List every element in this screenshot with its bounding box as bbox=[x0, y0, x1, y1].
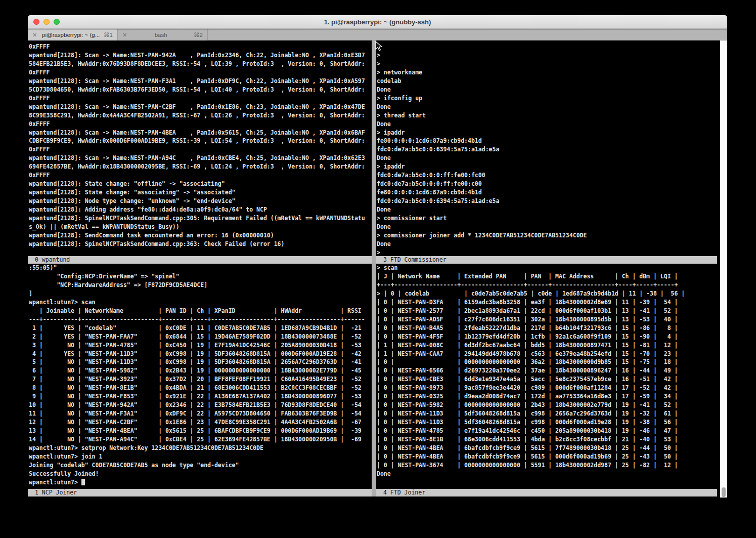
pane-wpantund-log[interactable]: 0xFFFF wpantund[2128]: Scan -> Name:NEST… bbox=[29, 43, 365, 249]
close-tab-icon[interactable]: ✕ bbox=[122, 32, 127, 38]
pane-status-ftd-joiner: 4 FTD Joiner bbox=[376, 489, 717, 496]
pane-ncp-joiner[interactable]: :55:05)" "Config:NCP:DriverName" => "spi… bbox=[29, 264, 365, 478]
window-titlebar[interactable]: 1. pi@raspberrypi: ~ (gnubby-ssh) bbox=[28, 15, 727, 29]
terminal-window: 1. pi@raspberrypi: ~ (gnubby-ssh) ✕ pi@r… bbox=[28, 15, 727, 538]
close-tab-icon[interactable]: ✕ bbox=[32, 32, 37, 38]
window-title: 1. pi@raspberrypi: ~ (gnubby-ssh) bbox=[28, 15, 727, 29]
text-cursor bbox=[81, 479, 85, 485]
shell-prompt: wpanctl:utun7> bbox=[29, 479, 81, 486]
pane-ftd-commissioner[interactable]: > > > > networkname codelab Done > ifcon… bbox=[377, 43, 587, 257]
tab-ssh-session[interactable]: ✕ pi@raspberrypi: ~ (g... ⌘1 bbox=[28, 29, 118, 40]
pane-ftd-joiner[interactable]: > scan | J | Network Name | Extended PAN… bbox=[377, 264, 685, 478]
pane-status-wpantund: 0 wpantund bbox=[28, 256, 372, 264]
mouse-cursor bbox=[375, 41, 382, 52]
terminal-content: 0xFFFF wpantund[2128]: Scan -> Name:NEST… bbox=[28, 40, 727, 538]
pane-status-ftd-commissioner: 3 FTD Commissioner bbox=[376, 256, 717, 264]
scrollbar-track[interactable] bbox=[720, 40, 727, 498]
pane-status-ncp-joiner: 1 NCP Joiner bbox=[28, 489, 372, 496]
tab-bash[interactable]: ✕ bash ⌘2 bbox=[118, 29, 208, 40]
tab-label: pi@raspberrypi: ~ (g... bbox=[40, 32, 101, 38]
scrollbar-thumb[interactable] bbox=[722, 487, 726, 497]
tab-shortcut: ⌘2 bbox=[194, 31, 203, 38]
tab-bar: ✕ pi@raspberrypi: ~ (g... ⌘1 ✕ bash ⌘2 bbox=[28, 29, 727, 40]
pane-divider[interactable] bbox=[372, 40, 376, 496]
tab-label: bash bbox=[130, 32, 191, 38]
tab-shortcut: ⌘1 bbox=[104, 31, 113, 38]
shell-prompt-line[interactable]: wpanctl:utun7> bbox=[29, 478, 85, 487]
